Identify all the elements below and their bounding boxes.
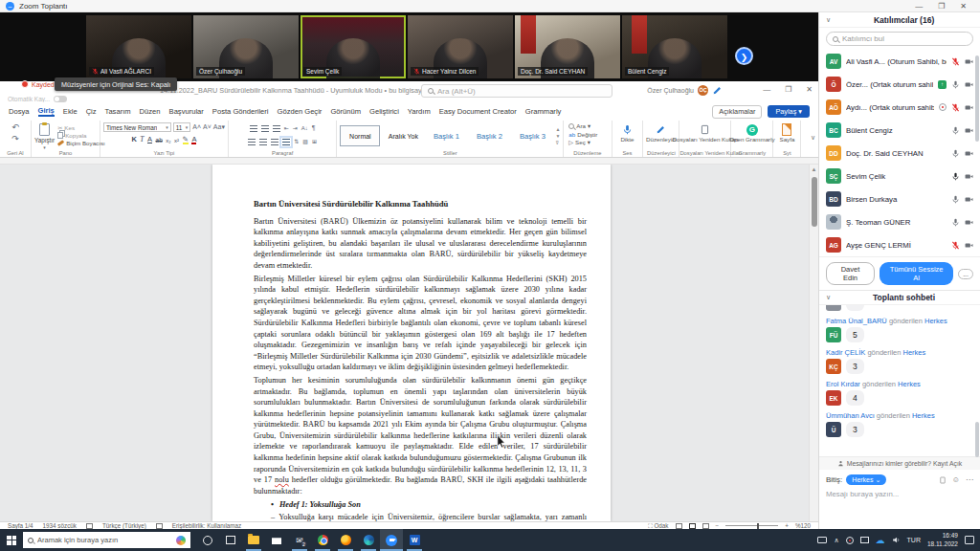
mic-icon[interactable]	[951, 80, 960, 89]
style-no-spacing[interactable]: Aralık Yok	[383, 125, 423, 146]
muted-mic-icon[interactable]	[951, 241, 960, 250]
emoji-icon[interactable]: ☺	[952, 475, 960, 484]
edge-button[interactable]	[357, 529, 380, 551]
superscript-icon[interactable]: x²	[174, 138, 179, 143]
volume-icon[interactable]	[892, 536, 901, 544]
start-button[interactable]	[0, 529, 23, 551]
tab-posta[interactable]: Posta Gönderileri	[212, 107, 269, 116]
underline-icon[interactable]: A	[147, 135, 152, 143]
muted-mic-icon[interactable]	[951, 57, 960, 66]
participants-scrollbar[interactable]	[975, 55, 979, 142]
autosave-toggle[interactable]	[54, 96, 67, 102]
mail-button[interactable]: ✉2	[288, 529, 311, 551]
styles-more-icon[interactable]: ⊽	[555, 140, 560, 145]
find-button[interactable]: Ara ▾	[568, 122, 597, 129]
collapse-ribbon-icon[interactable]: ∨	[801, 121, 818, 157]
chat-sender[interactable]: Ümmühan Avcı	[826, 411, 875, 420]
tray-status-icon[interactable]	[846, 537, 854, 544]
mic-icon[interactable]	[951, 218, 960, 227]
shrink-font-icon[interactable]: A˅	[203, 122, 212, 132]
file-icon[interactable]	[939, 476, 947, 484]
highlight-color-icon[interactable]: ✎	[183, 135, 189, 143]
style-heading3[interactable]: Başlık 3	[512, 125, 552, 146]
mic-active-icon[interactable]	[951, 172, 960, 181]
chat-sender[interactable]: Erol Kırdar	[826, 380, 860, 388]
undo-icon[interactable]: ↶	[11, 122, 19, 132]
sort-icon[interactable]: A↓	[301, 123, 308, 133]
close-icon[interactable]: ✕	[806, 85, 813, 94]
display-icon[interactable]	[860, 537, 869, 543]
subscript-icon[interactable]: x₂	[166, 138, 170, 143]
video-tile[interactable]: Özer Çulhaoğlu	[193, 15, 299, 78]
zoom-out-icon[interactable]: −	[716, 522, 720, 529]
participant-row[interactable]: SÇ Sevim Çelik	[819, 165, 980, 187]
style-heading1[interactable]: Başlık 1	[426, 125, 466, 146]
invite-button[interactable]: Davet Edin	[826, 262, 875, 285]
font-size-select[interactable]: 11▾	[173, 122, 191, 132]
strikethrough-icon[interactable]: ab	[156, 137, 163, 143]
word-taskbar-button[interactable]: W	[403, 529, 426, 551]
mic-icon[interactable]	[951, 195, 960, 204]
increase-indent-icon[interactable]: ⇥	[293, 123, 298, 133]
line-spacing-icon[interactable]: ⇅	[294, 137, 299, 146]
touch-keyboard-icon[interactable]	[817, 537, 827, 543]
chat-audience-dropdown[interactable]: Herkes ⌄	[846, 474, 886, 485]
change-case-icon[interactable]: Aa▾	[213, 122, 225, 132]
word-count[interactable]: 1934 sözcük	[43, 522, 77, 529]
close-icon[interactable]: ✕	[960, 2, 967, 11]
taskbar-search[interactable]	[23, 532, 190, 548]
maximize-icon[interactable]: ❐	[938, 2, 945, 11]
editor-icon[interactable]	[656, 124, 666, 135]
file-explorer-button[interactable]	[242, 529, 265, 551]
show-hidden-icons[interactable]: ∧	[834, 537, 838, 544]
macro-icon[interactable]	[156, 523, 163, 529]
align-right-icon[interactable]	[271, 139, 278, 145]
style-heading2[interactable]: Başlık 2	[469, 125, 509, 146]
read-mode-icon[interactable]	[676, 523, 682, 529]
camera-icon[interactable]	[965, 126, 973, 135]
page-indicator[interactable]: Sayfa 1/4	[8, 522, 33, 529]
bold-icon[interactable]: K	[131, 135, 136, 143]
document-scrollbar[interactable]: ▲	[809, 165, 818, 521]
camera-icon[interactable]	[965, 172, 973, 181]
document-page[interactable]: Bartın Üniversitesi Sürdürülebilir Kalkı…	[212, 165, 611, 521]
minimize-icon[interactable]: —	[915, 2, 923, 11]
zoom-in-icon[interactable]: +	[785, 522, 789, 529]
word-search-box[interactable]: Ara (Alt+Ü)	[421, 84, 612, 98]
minimize-icon[interactable]: —	[763, 85, 770, 94]
tab-gorunum[interactable]: Görünüm	[330, 107, 361, 116]
proofing-icon[interactable]	[86, 523, 93, 529]
muted-mic-icon[interactable]	[951, 103, 960, 112]
mic-icon[interactable]	[951, 149, 960, 158]
video-tile[interactable]: Hacer Yalnız Dilcen	[408, 15, 513, 78]
collapse-chevron-icon[interactable]: ∨	[826, 294, 831, 301]
video-tile-active-speaker[interactable]: Sevim Çelik	[301, 15, 406, 78]
participant-row[interactable]: DD Doç. Dr. Said CEYHAN	[819, 142, 980, 165]
italic-icon[interactable]: T	[140, 135, 144, 143]
multilevel-list-icon[interactable]	[273, 125, 280, 132]
language-indicator[interactable]: Türkçe (Türkiye)	[102, 522, 146, 529]
language-switcher[interactable]: TUR	[907, 537, 921, 543]
dictate-icon[interactable]	[622, 124, 633, 135]
paste-button[interactable]: Yapıştır▾	[34, 122, 55, 150]
numbering-icon[interactable]	[261, 125, 269, 132]
autosave-control[interactable]: Otomatik Kay...	[8, 96, 67, 102]
cortana-button[interactable]	[196, 529, 219, 551]
chat-message-list[interactable]: Fatma Ünal_BARÜ gönderilen Herkes FÜ 5 K…	[819, 305, 980, 456]
action-center-icon[interactable]	[965, 536, 974, 544]
camera-icon[interactable]	[965, 195, 973, 204]
zoom-slider[interactable]	[725, 525, 778, 526]
align-center-icon[interactable]	[259, 139, 267, 145]
pilcrow-icon[interactable]: ¶	[312, 123, 316, 133]
tab-gozden-gecir[interactable]: Gözden Geçir	[278, 107, 323, 116]
scrollbar-thumb[interactable]	[812, 177, 817, 227]
mic-icon[interactable]	[951, 126, 960, 135]
tab-tasarim[interactable]: Tasarım	[105, 107, 131, 116]
camera-icon[interactable]	[965, 80, 973, 89]
styles-up-icon[interactable]: ▲	[555, 126, 560, 132]
shading-icon[interactable]: ▨	[302, 137, 308, 146]
chrome-button[interactable]	[311, 529, 334, 551]
firefox-button[interactable]	[334, 529, 357, 551]
share-button[interactable]: Paylaş ▾	[768, 105, 810, 118]
font-color-icon[interactable]: A	[191, 135, 196, 143]
